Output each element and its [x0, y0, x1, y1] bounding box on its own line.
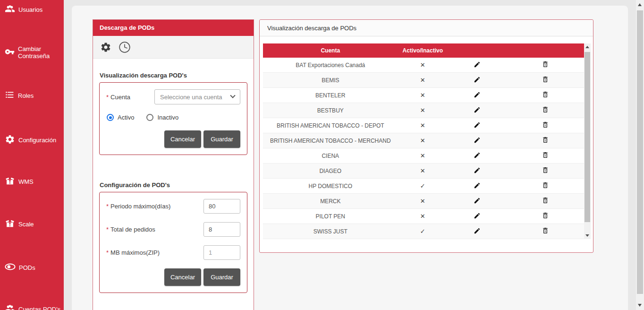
status-cell: ✕ — [398, 92, 448, 99]
cuenta-cell: BEMIS — [263, 77, 398, 84]
eye-icon — [5, 261, 16, 274]
mb-maximos-label: *MB máximos(ZIP) — [106, 249, 160, 256]
delete-icon[interactable] — [542, 60, 549, 68]
sidebar-item-scale[interactable]: Scale — [5, 218, 61, 230]
scroll-down-icon[interactable] — [638, 304, 642, 307]
delete-icon[interactable] — [542, 106, 549, 113]
status-cell: ✕ — [398, 122, 448, 129]
sidebar-item-configuracion[interactable]: Configuración — [5, 134, 61, 146]
edit-icon[interactable] — [474, 91, 481, 98]
status-cell: ✕ — [398, 61, 448, 69]
edit-icon[interactable] — [474, 182, 481, 189]
required-marker: * — [106, 94, 109, 101]
status-cell: ✕ — [398, 107, 448, 114]
sidebar-item-usuarios[interactable]: Usuarios — [5, 4, 61, 16]
edit-icon[interactable] — [474, 61, 481, 68]
table-header-row: Cuenta Activo/Inactivo — [263, 43, 584, 58]
cuenta-label: *Cuenta — [106, 94, 130, 101]
list-icon — [5, 90, 15, 101]
edit-icon[interactable] — [474, 121, 481, 129]
status-cell: ✕ — [398, 213, 448, 220]
descarga-pods-panel: Descarga de PODs Visualización descarga … — [93, 19, 254, 310]
edit-icon[interactable] — [474, 197, 481, 204]
delete-icon[interactable] — [542, 91, 549, 98]
radio-activo[interactable]: Activo — [107, 114, 134, 121]
edit-icon[interactable] — [474, 76, 481, 83]
scroll-up-icon[interactable] — [638, 3, 642, 6]
table-row: BESTBUY ✕ — [263, 103, 584, 118]
cuenta-cell: BRITISH AMERICAN TOBACCO - MERCHAND — [263, 138, 398, 144]
save-button[interactable]: Guardar — [203, 130, 240, 148]
cuenta-select-placeholder: Seleccione una cuenta — [160, 94, 222, 101]
cuenta-cell: BENTELER — [263, 92, 398, 99]
table-row: BRITISH AMERICAN TOBACCO - DEPOT ✕ — [263, 118, 584, 133]
visualization-section-heading: Visualización descarga POD's — [100, 72, 254, 79]
sidebar-item-cuentas-pods[interactable]: Cuentas POD's — [5, 303, 61, 310]
panel-toolbar — [93, 36, 254, 59]
delete-icon[interactable] — [542, 181, 549, 189]
edit-icon[interactable] — [474, 227, 481, 234]
config-section-heading: Configuración de POD's — [100, 181, 254, 189]
table-row: CIENA ✕ — [263, 148, 584, 164]
sidebar-item-pods[interactable]: PODs — [5, 261, 61, 274]
periodo-maximo-field[interactable] — [203, 199, 240, 214]
scrollbar-thumb[interactable] — [637, 10, 643, 294]
cuenta-cell: DIAGEO — [263, 168, 398, 174]
radio-inactivo[interactable]: Inactivo — [146, 114, 178, 121]
delete-icon[interactable] — [542, 151, 549, 159]
panel-title: Visualización descarga de PODs — [260, 20, 593, 36]
delete-icon[interactable] — [542, 76, 549, 83]
delete-icon[interactable] — [542, 136, 549, 144]
delete-icon[interactable] — [542, 212, 549, 219]
edit-icon[interactable] — [474, 167, 481, 174]
periodo-maximo-label: *Periodo máximo(días) — [106, 203, 170, 210]
sidebar-item-label: Configuración — [18, 137, 56, 144]
save-button[interactable]: Guardar — [203, 268, 240, 286]
table-row: DIAGEO ✕ — [263, 164, 584, 179]
scroll-up-icon[interactable] — [585, 46, 589, 48]
sidebar-item-roles[interactable]: Roles — [5, 90, 61, 101]
panel-title: Descarga de PODs — [93, 20, 254, 36]
table-row: BENTELER ✕ — [263, 88, 584, 103]
settings-icon[interactable] — [100, 42, 111, 53]
sidebar-item-label: Scale — [18, 221, 34, 228]
cuenta-cell: BESTBUY — [263, 107, 398, 114]
total-pedidos-field[interactable] — [203, 222, 240, 237]
edit-icon[interactable] — [474, 152, 481, 159]
status-cell: ✕ — [398, 152, 448, 159]
delete-icon[interactable] — [542, 227, 549, 234]
cuenta-cell: PILOT PEN — [263, 213, 398, 220]
status-cell: ✓ — [398, 182, 448, 189]
table-row: BRITISH AMERICAN TOBACCO - MERCHAND ✕ — [263, 133, 584, 148]
cuenta-cell: HP DOMESTICO — [263, 183, 398, 189]
column-header-cuenta: Cuenta — [263, 47, 398, 54]
table-row: MERCK ✕ — [263, 194, 584, 209]
page-scrollbar[interactable] — [636, 0, 644, 310]
status-radio-group: Activo Inactivo — [107, 114, 240, 121]
sidebar-item-cambiar-contrasena[interactable]: Cambiar Contraseña — [5, 45, 61, 60]
delete-icon[interactable] — [542, 166, 549, 174]
delete-icon[interactable] — [542, 121, 549, 129]
table-row: PILOT PEN ✕ — [263, 209, 584, 224]
scroll-down-icon[interactable] — [585, 234, 589, 237]
sidebar: Usuarios Cambiar Contraseña Roles Config… — [0, 0, 64, 310]
table-scrollbar[interactable] — [584, 43, 591, 239]
sidebar-item-label: PODs — [19, 264, 35, 271]
delete-icon[interactable] — [542, 197, 549, 204]
history-icon[interactable] — [119, 41, 131, 53]
edit-icon[interactable] — [474, 106, 481, 113]
cancel-button[interactable]: Cancelar — [164, 130, 201, 148]
cuenta-cell: CIENA — [263, 153, 398, 159]
edit-icon[interactable] — [474, 137, 481, 144]
sidebar-item-label: Cambiar Contraseña — [18, 45, 55, 60]
cancel-button[interactable]: Cancelar — [164, 268, 201, 286]
mb-maximos-field[interactable] — [203, 245, 240, 260]
sidebar-item-label: Roles — [18, 92, 34, 99]
edit-icon[interactable] — [474, 212, 481, 219]
visualizacion-pods-panel: Visualización descarga de PODs Cuenta Ac… — [259, 19, 593, 253]
sidebar-item-wms[interactable]: WMS — [5, 176, 61, 188]
cuenta-select[interactable]: Seleccione una cuenta — [154, 89, 240, 104]
gear-icon — [5, 134, 15, 146]
scrollbar-thumb[interactable] — [585, 52, 590, 222]
status-cell: ✓ — [398, 228, 448, 235]
